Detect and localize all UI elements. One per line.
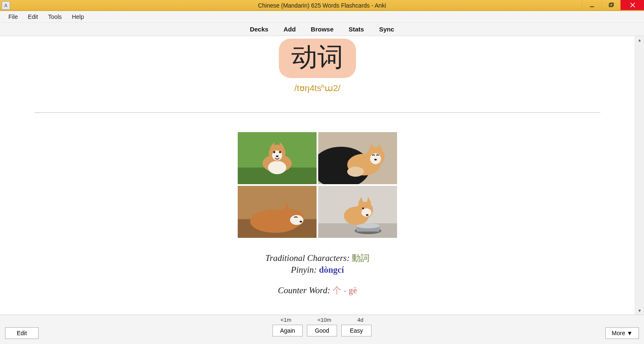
interval-easy: 4d — [357, 317, 363, 323]
svg-point-13 — [273, 151, 275, 153]
svg-point-31 — [300, 221, 302, 223]
interval-again: <1m — [280, 317, 291, 323]
svg-rect-2 — [610, 3, 613, 6]
card-ipa: /tʊŋ4tsʰɯ2/ — [294, 83, 340, 93]
card-content-area: 动词 /tʊŋ4tsʰɯ2/ — [0, 36, 635, 315]
trad-characters: 動詞 — [352, 253, 369, 263]
svg-point-8 — [268, 161, 286, 175]
easy-button[interactable]: Easy — [341, 325, 371, 336]
nav-add[interactable]: Add — [276, 24, 303, 34]
counter-pinyin: gè — [348, 285, 357, 295]
edit-button[interactable]: Edit — [5, 327, 39, 339]
again-button[interactable]: Again — [273, 325, 303, 336]
window-title: Chinese (Mandarin) 625 Words Flashcards … — [0, 2, 644, 9]
card-image-4 — [318, 186, 397, 238]
nav-browse[interactable]: Browse — [303, 24, 341, 34]
trad-label: Traditional Characters: — [265, 253, 352, 263]
scroll-down-icon[interactable]: ▼ — [638, 307, 642, 315]
window-titlebar: A Chinese (Mandarin) 625 Words Flashcard… — [0, 0, 644, 11]
svg-point-14 — [279, 151, 281, 153]
nav-stats[interactable]: Stats — [341, 24, 372, 34]
card-word: 动词 — [279, 39, 356, 78]
scroll-up-icon[interactable]: ▲ — [638, 36, 642, 44]
svg-rect-1 — [609, 4, 613, 7]
counter-label: Counter Word: — [278, 285, 332, 295]
window-maximize-button[interactable] — [601, 0, 621, 10]
interval-good: <10m — [317, 317, 331, 323]
menu-file[interactable]: File — [3, 12, 23, 21]
window-close-button[interactable] — [621, 0, 644, 10]
svg-point-15 — [276, 156, 278, 157]
svg-point-42 — [362, 208, 364, 209]
app-icon: A — [2, 1, 10, 10]
card-image-grid — [238, 132, 397, 238]
divider — [34, 112, 600, 113]
svg-point-29 — [290, 215, 304, 225]
svg-point-23 — [374, 159, 377, 161]
more-button[interactable]: More ▼ — [605, 327, 639, 339]
counter-dash: - — [341, 285, 349, 295]
nav-toolbar: Decks Add Browse Stats Sync — [0, 23, 644, 36]
more-label: More — [612, 330, 625, 336]
vertical-scrollbar[interactable]: ▲ ▼ — [635, 36, 644, 315]
menu-tools[interactable]: Tools — [43, 12, 67, 21]
counter-char: 个 — [332, 285, 341, 295]
window-minimize-button[interactable] — [582, 0, 601, 10]
svg-point-43 — [366, 214, 369, 216]
nav-decks[interactable]: Decks — [242, 24, 276, 34]
review-footer: Edit <1m <10m 4d Again Good Easy More ▼ — [0, 315, 644, 344]
menu-edit[interactable]: Edit — [23, 12, 43, 21]
pinyin-value: dòngcí — [319, 265, 344, 275]
chevron-down-icon: ▼ — [627, 330, 633, 336]
menu-help[interactable]: Help — [67, 12, 89, 21]
card-image-2 — [318, 132, 397, 184]
card-image-3 — [238, 186, 317, 238]
nav-sync[interactable]: Sync — [371, 24, 402, 34]
good-button[interactable]: Good — [307, 325, 337, 336]
menu-bar: File Edit Tools Help — [0, 11, 644, 23]
svg-point-24 — [347, 167, 364, 177]
pinyin-label: Pinyin: — [291, 265, 319, 275]
answer-intervals: <1m <10m 4d — [267, 317, 377, 323]
card-image-1 — [238, 132, 317, 184]
